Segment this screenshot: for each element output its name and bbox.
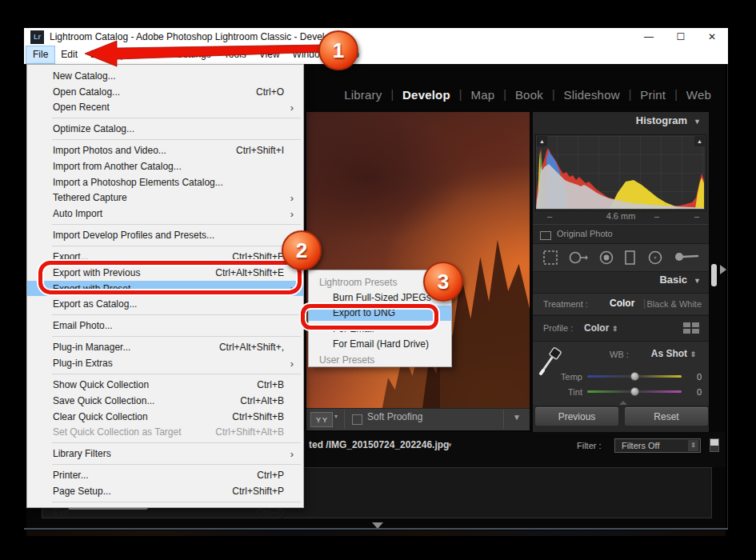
red-eye-icon[interactable] [598, 249, 615, 266]
graduated-filter-icon[interactable] [623, 249, 638, 266]
preset-submenu-item-for-email-hard-drive[interactable]: For Email (Hard Drive) [309, 337, 451, 352]
treatment-bw-option[interactable]: Black & White [647, 299, 702, 309]
screenshot-stage: Lr Lightroom Catalog - Adobe Photoshop L… [0, 0, 756, 560]
filmstrip-filter-switch[interactable] [710, 438, 719, 452]
file-menu-item-open-catalog[interactable]: Open Catalog...Ctrl+O [27, 84, 303, 100]
profile-select[interactable]: Color ⇕ [584, 322, 618, 334]
treatment-divider: | [643, 298, 646, 309]
original-photo-icon [540, 231, 551, 240]
shadow-clipping-icon[interactable]: ▲ [537, 136, 547, 146]
wb-select[interactable]: As Shot ⇕ [651, 348, 696, 359]
menu-item-shortcut: Ctrl+Alt+B [240, 395, 286, 406]
module-web[interactable]: Web [678, 88, 720, 102]
profile-value: Color [584, 322, 609, 334]
menu-separator [52, 314, 301, 315]
temp-slider-knob[interactable] [630, 372, 639, 381]
submenu-arrow-icon: › [286, 192, 294, 204]
file-menu-item-open-recent[interactable]: Open Recent› [27, 99, 303, 115]
menu-item-label: Import from Another Catalog... [53, 161, 286, 172]
basic-header[interactable]: Basic▼ [533, 274, 709, 290]
menu-separator [52, 224, 301, 225]
menu-item-label: Email Photo... [53, 320, 286, 331]
file-menu-item-export-as-catalog[interactable]: Export as Catalog... [27, 296, 303, 312]
filter-select[interactable]: Filters Off ⇕ [614, 438, 701, 453]
temp-label: Temp [533, 372, 582, 382]
toolbar-options-dropdown-icon[interactable]: ▼ [513, 413, 521, 422]
file-menu-item-save-quick-collection[interactable]: Save Quick Collection...Ctrl+Alt+B [27, 393, 303, 409]
collapse-triangle-icon[interactable]: ▼ [694, 277, 701, 285]
menu-separator [52, 464, 301, 465]
file-menu-item-page-setup[interactable]: Page Setup...Ctrl+Shift+P [27, 483, 303, 499]
module-print[interactable]: Print [631, 88, 674, 102]
menu-item-shortcut: Ctrl+O [256, 86, 286, 98]
menu-item-label: Show Quick Collection [53, 379, 257, 390]
file-menu-item-import-a-photoshop-elements-catalog[interactable]: Import a Photoshop Elements Catalog... [27, 174, 303, 190]
menu-item-label: Plug-in Extras [53, 358, 286, 369]
module-library[interactable]: Library [335, 88, 390, 102]
file-menu-item-set-quick-collection-as-target[interactable]: Set Quick Collection as TargetCtrl+Shift… [27, 424, 303, 440]
histogram-header[interactable]: Histogram▼ [533, 114, 709, 130]
updown-icon: ⇕ [690, 350, 696, 358]
file-menu-item-new-catalog[interactable]: New Catalog... [27, 68, 303, 84]
menu-item-shortcut: Ctrl+Shift+I [236, 145, 286, 156]
menu-item-label: Auto Import [53, 208, 286, 219]
file-menu-item-printer[interactable]: Printer...Ctrl+P [27, 468, 303, 484]
menu-item-label: Open Recent [53, 102, 286, 113]
file-menu-item-tethered-capture[interactable]: Tethered Capture› [27, 190, 303, 206]
file-menu-item-clear-quick-collection[interactable]: Clear Quick CollectionCtrl+Shift+B [27, 409, 303, 425]
soft-proofing-checkbox[interactable] [352, 414, 362, 425]
module-book[interactable]: Book [506, 88, 552, 102]
file-menu-item-import-develop-profiles-and-presets[interactable]: Import Develop Profiles and Presets... [27, 227, 303, 243]
temp-value: 0 [686, 372, 702, 382]
tint-slider-knob[interactable] [630, 387, 639, 396]
maximize-button[interactable]: ☐ [666, 28, 695, 46]
adjustment-brush-icon[interactable] [673, 249, 700, 266]
collapse-triangle-icon[interactable]: ▼ [694, 118, 701, 126]
filter-updown-icon[interactable]: ⇕ [688, 440, 698, 451]
module-develop[interactable]: Develop [394, 88, 459, 102]
panel-collapse-icon[interactable] [619, 401, 627, 405]
reset-button[interactable]: Reset [624, 406, 709, 426]
panel-scrollbar-thumb[interactable] [711, 264, 717, 286]
wb-eyedropper-icon[interactable] [538, 345, 566, 375]
close-button[interactable]: ✕ [698, 28, 726, 46]
file-menu-item-import-from-another-catalog[interactable]: Import from Another Catalog... [27, 158, 303, 174]
submenu-arrow-icon: › [286, 208, 294, 220]
tint-slider[interactable] [587, 390, 682, 393]
file-menu-item-library-filters[interactable]: Library Filters› [27, 446, 303, 462]
spot-removal-icon[interactable] [568, 249, 589, 266]
file-menu-item-import-photos-and-video[interactable]: Import Photos and Video...Ctrl+Shift+I [27, 143, 303, 159]
previous-button[interactable]: Previous [534, 406, 619, 426]
submenu-arrow-icon: › [286, 448, 294, 460]
before-after-view-button[interactable]: YY [310, 412, 333, 427]
panel-expand-arrow-icon[interactable] [720, 265, 726, 274]
radial-filter-icon[interactable] [646, 249, 664, 266]
module-map[interactable]: Map [462, 88, 503, 102]
toolbar-divider [344, 410, 345, 429]
minimize-button[interactable]: — [634, 28, 663, 46]
file-menu-item-auto-import[interactable]: Auto Import› [27, 206, 303, 222]
file-menu-item-plug-in-manager[interactable]: Plug-in Manager...Ctrl+Alt+Shift+, [27, 340, 303, 356]
treatment-color-option[interactable]: Color [610, 298, 634, 309]
menu-item-label: New Catalog... [53, 70, 286, 82]
file-menu-item-show-quick-collection[interactable]: Show Quick CollectionCtrl+B [27, 377, 303, 393]
file-menu-item-exit[interactable]: ExitCtrl+Q [27, 505, 303, 521]
file-menu-item-optimize-catalog[interactable]: Optimize Catalog... [27, 121, 303, 137]
profile-browser-icon[interactable] [683, 322, 699, 334]
crop-overlay-icon[interactable] [542, 249, 559, 266]
filmstrip-path-caret-icon[interactable]: ▾ [448, 441, 452, 449]
basic-title: Basic [659, 274, 687, 286]
temp-slider[interactable] [587, 375, 682, 378]
highlight-clipping-icon[interactable]: ▲ [694, 136, 705, 146]
file-menu-item-plug-in-extras[interactable]: Plug-in Extras› [27, 355, 303, 371]
treatment-label: Treatment : [543, 299, 588, 309]
file-menu-item-email-photo[interactable]: Email Photo... [27, 318, 303, 334]
window-bottom-border [24, 528, 728, 530]
module-picker: Library|Develop|Map|Book|Slideshow|Print… [320, 82, 720, 106]
menu-item-label: Set Quick Collection as Target [53, 426, 215, 438]
window-right-border [727, 64, 728, 530]
histogram-graph[interactable]: ▲ ▲ [535, 134, 706, 211]
module-slideshow[interactable]: Slideshow [555, 88, 629, 102]
filmstrip-path[interactable]: ted /IMG_20150724_202246.jpg [309, 439, 449, 450]
view-dropdown-icon[interactable]: ▾ [334, 413, 338, 420]
